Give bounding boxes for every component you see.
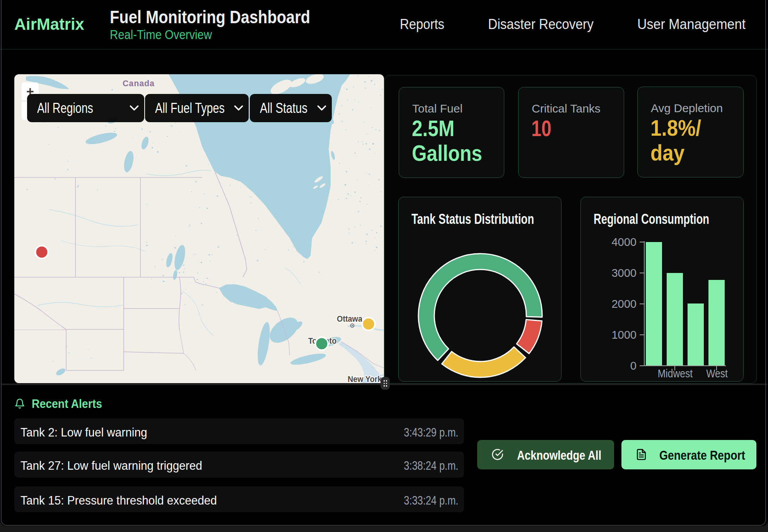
svg-text:2000: 2000 <box>611 298 637 310</box>
svg-text:3000: 3000 <box>611 267 637 279</box>
svg-text:Midwest: Midwest <box>658 367 693 380</box>
svg-text:0: 0 <box>630 360 637 372</box>
svg-text:Ottawa: Ottawa <box>337 314 362 323</box>
svg-text:1000: 1000 <box>611 329 637 341</box>
svg-text:Canada: Canada <box>123 78 155 88</box>
svg-text:4000: 4000 <box>611 236 637 248</box>
svg-text:West: West <box>706 367 728 380</box>
svg-text:New York: New York <box>348 374 382 383</box>
